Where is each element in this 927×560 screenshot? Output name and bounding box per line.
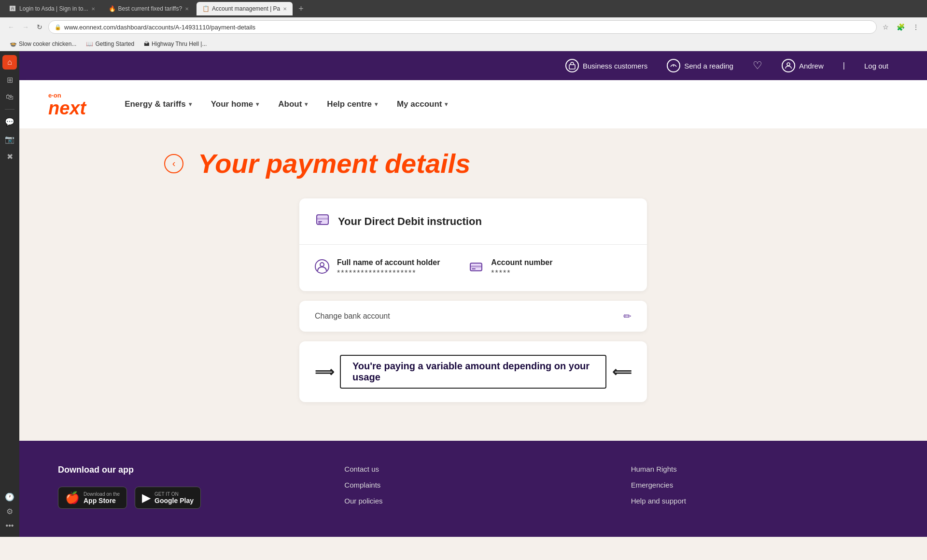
footer-human-rights-link[interactable]: Human Rights: [631, 465, 888, 473]
tab-favicon-2: 🔥: [109, 5, 115, 12]
chevron-down-icon-home: ▾: [256, 101, 259, 108]
favourites-icon-link[interactable]: ♡: [753, 59, 762, 72]
browser-tab-2[interactable]: 🔥 Best current fixed tariffs? ✕: [103, 2, 195, 15]
tab-close-3[interactable]: ✕: [283, 6, 287, 12]
extensions-button[interactable]: 🧩: [895, 21, 907, 33]
sidebar-settings-icon[interactable]: ⚙: [2, 504, 17, 518]
nav-my-account-label: My account: [397, 99, 442, 109]
sidebar-home-icon[interactable]: ⌂: [2, 55, 17, 70]
svg-rect-4: [317, 218, 328, 220]
browser-tab-3[interactable]: 📋 Account management | Pa ✕: [197, 2, 293, 15]
footer-emergencies-link[interactable]: Emergencies: [631, 481, 888, 489]
variable-payment-card: ⟹ You're paying a variable amount depend…: [299, 341, 647, 402]
footer-help-support-link[interactable]: Help and support: [631, 497, 888, 505]
google-play-badge[interactable]: ▶ GET IT ON Google Play: [135, 487, 201, 509]
url-text: www.eonnext.com/dashboard/accounts/A-149…: [64, 24, 255, 31]
tab-label-2: Best current fixed tariffs?: [118, 5, 183, 12]
sidebar-apps-icon[interactable]: ⊞: [2, 72, 17, 87]
direct-debit-card-header: Your Direct Debit instruction: [299, 198, 647, 245]
page-content: ‹ Your payment details Your Direct Debit…: [19, 128, 927, 441]
bookmark-1[interactable]: 🍲 Slow cooker chicken...: [6, 40, 80, 48]
account-holder-group: Full name of account holder ************…: [315, 258, 440, 278]
nav-item-energy[interactable]: Energy & tariffs ▾: [125, 99, 192, 109]
business-customers-label: Business customers: [583, 62, 647, 70]
tab-favicon-1: 🅰: [10, 5, 16, 12]
sidebar-messenger-icon[interactable]: 💬: [2, 114, 17, 129]
bookmark-3[interactable]: 🏔 Highway Thru Hell |...: [140, 40, 211, 48]
footer-app-title: Download our app: [58, 465, 315, 475]
footer-contact-link[interactable]: Contact us: [344, 465, 602, 473]
nav-item-my-account[interactable]: My account ▾: [397, 99, 448, 109]
google-play-text: GET IT ON Google Play: [154, 491, 194, 504]
bookmark-button[interactable]: ☆: [881, 21, 891, 33]
edit-icon[interactable]: ✏: [623, 310, 632, 322]
sidebar-instagram-icon[interactable]: 📷: [2, 132, 17, 146]
nav-item-help[interactable]: Help centre ▾: [327, 99, 378, 109]
bookmark-favicon-2: 📖: [86, 41, 93, 47]
account-number-field: Account number *****: [491, 258, 552, 278]
sidebar-more-icon[interactable]: •••: [2, 518, 17, 533]
site-logo[interactable]: e·on next: [48, 92, 86, 117]
user-account-link[interactable]: Andrew: [782, 59, 824, 72]
chevron-down-icon-account: ▾: [445, 101, 448, 108]
account-holder-field: Full name of account holder ************…: [337, 258, 440, 278]
variable-payment-text: You're paying a variable amount dependin…: [340, 355, 606, 389]
new-tab-button[interactable]: +: [296, 2, 306, 16]
send-reading-label: Send a reading: [684, 62, 733, 70]
footer-complaints-link[interactable]: Complaints: [344, 481, 602, 489]
bookmark-bar: 🍲 Slow cooker chicken... 📖 Getting Start…: [0, 37, 927, 51]
sidebar-shop-icon[interactable]: 🛍: [2, 90, 17, 104]
back-browser-button[interactable]: ←: [6, 21, 16, 33]
svg-point-2: [787, 63, 790, 66]
send-reading-link[interactable]: Send a reading: [667, 59, 733, 72]
sidebar-x-icon[interactable]: ✖: [2, 149, 17, 164]
sidebar-divider-1: [5, 109, 14, 110]
account-number-label: Account number: [491, 258, 552, 267]
footer-policies-link[interactable]: Our policies: [344, 497, 602, 505]
tab-close-1[interactable]: ✕: [91, 6, 95, 12]
chevron-down-icon-energy: ▾: [189, 101, 192, 108]
menu-button[interactable]: ⋮: [911, 21, 921, 33]
reload-button[interactable]: ↻: [35, 21, 44, 33]
bookmark-2[interactable]: 📖 Getting Started: [82, 40, 138, 48]
footer-grid: Download our app 🍎 Download on the App S…: [58, 465, 888, 513]
page-title: Your payment details: [198, 148, 470, 179]
lock-icon: 🔒: [55, 24, 61, 30]
tab-label-3: Account management | Pa: [212, 5, 280, 12]
tab-favicon-3: 📋: [202, 5, 209, 12]
account-holder-value: ********************: [337, 269, 440, 278]
browser-tab-1[interactable]: 🅰 Login to Asda | Sign in to... ✕: [4, 2, 101, 15]
browser-sidebar: ⌂ ⊞ 🛍 💬 📷 ✖ 🕐 ⚙ •••: [0, 51, 19, 537]
nav-item-your-home[interactable]: Your home ▾: [211, 99, 259, 109]
user-icon: [782, 59, 795, 72]
main-nav: e·on next Energy & tariffs ▾ Your home ▾…: [19, 80, 927, 128]
sidebar-history-icon[interactable]: 🕐: [2, 490, 17, 504]
main-nav-menu: Energy & tariffs ▾ Your home ▾ About ▾ H…: [125, 99, 448, 109]
bookmark-label-3: Highway Thru Hell |...: [152, 41, 207, 47]
nav-energy-label: Energy & tariffs: [125, 99, 186, 109]
change-bank-label: Change bank account: [315, 312, 390, 321]
direct-debit-title: Your Direct Debit instruction: [338, 215, 482, 228]
change-bank-row[interactable]: Change bank account ✏: [299, 301, 647, 332]
nav-item-about[interactable]: About ▾: [278, 99, 308, 109]
back-button[interactable]: ‹: [164, 154, 183, 173]
address-bar[interactable]: 🔒 www.eonnext.com/dashboard/accounts/A-1…: [48, 20, 877, 34]
footer-links-col1: Contact us Complaints Our policies: [344, 465, 602, 513]
app-store-badge[interactable]: 🍎 Download on the App Store: [58, 487, 127, 509]
forward-browser-button[interactable]: →: [20, 21, 31, 33]
nav-separator: |: [843, 61, 845, 70]
logout-link[interactable]: Log out: [864, 62, 888, 70]
app-store-text: Download on the App Store: [84, 491, 120, 504]
meter-icon: [667, 59, 680, 72]
tab-close-2[interactable]: ✕: [185, 6, 189, 12]
app-badges: 🍎 Download on the App Store ▶ GET IT ON …: [58, 487, 315, 509]
direct-debit-card: Your Direct Debit instruction Full na: [299, 198, 647, 291]
arrow-right-icon: ⟸: [612, 364, 632, 380]
apple-icon: 🍎: [65, 491, 80, 504]
account-number-value: *****: [491, 269, 552, 278]
variable-payment-banner: ⟹ You're paying a variable amount depend…: [315, 355, 632, 389]
business-customers-link[interactable]: Business customers: [565, 59, 647, 72]
chevron-down-icon-help: ▾: [375, 101, 378, 108]
chevron-down-icon-about: ▾: [305, 101, 308, 108]
logout-label: Log out: [864, 62, 888, 70]
